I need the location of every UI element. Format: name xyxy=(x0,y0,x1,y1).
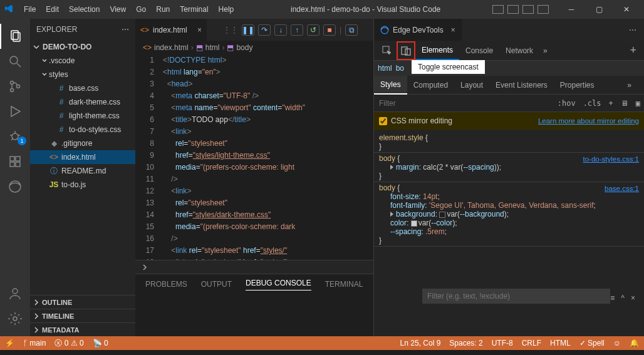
styles-tab-computed[interactable]: Computed xyxy=(407,76,454,95)
panel-tab-problems[interactable]: PROBLEMS xyxy=(145,280,187,289)
tree-item--gitignore[interactable]: ◆.gitignore xyxy=(30,136,135,150)
panel-tab-output[interactable]: OUTPUT xyxy=(201,280,232,289)
debug-stop-button[interactable]: ■ xyxy=(323,24,336,36)
drag-handle-icon[interactable]: ⋮⋮ xyxy=(223,26,238,34)
activity-badge: 1 xyxy=(18,136,26,145)
accounts-icon[interactable] xyxy=(0,281,30,306)
svg-rect-1 xyxy=(13,33,20,41)
panel-settings-icon[interactable]: ≡ xyxy=(610,294,615,302)
tree-item-to-do-styles-css[interactable]: #to-do-styles.css xyxy=(30,123,135,136)
feedback-icon[interactable]: ☺ xyxy=(613,339,621,347)
git-branch[interactable]: ᚶ main xyxy=(23,339,46,347)
menu-file[interactable]: File xyxy=(19,3,41,16)
styles-tab-event-listeners[interactable]: Event Listeners xyxy=(489,76,554,95)
svg-point-6 xyxy=(17,85,20,88)
edge-tools-icon[interactable] xyxy=(0,174,30,199)
search-icon[interactable] xyxy=(0,49,30,74)
menu-terminal[interactable]: Terminal xyxy=(175,3,213,16)
tree-item-light-theme-css[interactable]: #light-theme.css xyxy=(30,109,135,123)
tree-item-README-md[interactable]: ⓘREADME.md xyxy=(30,164,135,178)
tree-item-base-css[interactable]: #base.css xyxy=(30,81,135,95)
menu-view[interactable]: View xyxy=(105,3,131,16)
maximize-button[interactable]: ▢ xyxy=(585,0,613,19)
editor-group: <> index.html × ⋮⋮ ❚❚ ↷ ↓ ↑ ↺ ■ | ⧉ <> i… xyxy=(135,19,373,336)
tab-close-icon[interactable]: × xyxy=(197,26,202,34)
devtools-add-tab-icon[interactable]: + xyxy=(630,44,636,57)
svg-rect-17 xyxy=(16,157,20,161)
section-timeline[interactable]: TIMELINE xyxy=(30,309,135,322)
cursor-position[interactable]: Ln 25, Col 9 xyxy=(400,339,441,347)
debug-pause-button[interactable]: ❚❚ xyxy=(242,24,254,36)
panel-maximize-icon[interactable]: ^ xyxy=(621,294,625,302)
devtools-more-tabs-icon[interactable]: » xyxy=(539,46,551,55)
styles-filter-input[interactable] xyxy=(374,95,554,111)
spell-status[interactable]: ✓ Spell xyxy=(579,339,605,347)
styles-tab-layout[interactable]: Layout xyxy=(454,76,489,95)
tree-item-styles[interactable]: styles xyxy=(30,68,135,81)
editor-tab-index-html[interactable]: <> index.html × xyxy=(135,19,207,41)
extensions-icon[interactable] xyxy=(0,149,30,174)
devtools-tab-network[interactable]: Network xyxy=(499,41,539,60)
menu-help[interactable]: Help xyxy=(214,3,239,16)
devtools-more-icon[interactable]: ⋯ xyxy=(629,26,636,34)
styles-more-icon[interactable]: » xyxy=(621,76,638,95)
mirror-learn-more-link[interactable]: Learn more about mirror editing xyxy=(538,117,639,125)
devtools-tab-console[interactable]: Console xyxy=(459,41,499,60)
breadcrumbs[interactable]: <> index.html›⬒ html›⬒ body xyxy=(135,41,373,54)
tree-item--vscode[interactable]: .vscode xyxy=(30,54,135,68)
debug-restart-button[interactable]: ↺ xyxy=(307,24,319,36)
tree-item-index-html[interactable]: <>index.html xyxy=(30,150,135,164)
styles-tab-styles[interactable]: Styles xyxy=(374,76,407,95)
menu-selection[interactable]: Selection xyxy=(64,3,105,16)
notifications-icon[interactable]: 🔔 xyxy=(630,339,639,347)
minimize-button[interactable]: ─ xyxy=(558,0,585,19)
close-button[interactable]: ✕ xyxy=(613,0,640,19)
source-control-icon[interactable] xyxy=(0,74,30,99)
remote-indicator[interactable]: ⚡ xyxy=(5,339,14,347)
toggle-screencast-icon[interactable] xyxy=(397,41,415,60)
menu-go[interactable]: Go xyxy=(131,3,151,16)
tree-item-to-do-js[interactable]: JSto-do.js xyxy=(30,178,135,192)
code-editor[interactable]: <!DOCTYPE html><html lang="en"> <head> <… xyxy=(163,54,373,260)
explorer-more-icon[interactable]: ⋯ xyxy=(122,25,129,34)
devtools-tab-close-icon[interactable]: × xyxy=(451,26,455,34)
menu-edit[interactable]: Edit xyxy=(41,3,64,16)
debug-alt-icon[interactable] xyxy=(0,124,30,149)
hov-toggle[interactable]: :hov xyxy=(554,99,579,108)
devtools-tab[interactable]: Edge DevTools × xyxy=(374,19,462,41)
tooltip: Toggle screencast xyxy=(412,60,485,74)
devtools-tab-elements[interactable]: Elements xyxy=(415,41,459,60)
section-metadata[interactable]: METADATA xyxy=(30,322,135,336)
indent-status[interactable]: Spaces: 2 xyxy=(449,339,482,347)
problems-status[interactable]: ⓧ 0 ⚠ 0 xyxy=(55,338,83,349)
explorer-icon[interactable] xyxy=(0,24,30,49)
debug-console-filter-input[interactable] xyxy=(422,289,610,304)
layout-controls[interactable] xyxy=(492,5,558,14)
debug-step-over-button[interactable]: ↷ xyxy=(258,24,271,36)
debug-extra-button[interactable]: ⧉ xyxy=(345,24,358,36)
tree-item-dark-theme-css[interactable]: #dark-theme.css xyxy=(30,95,135,109)
new-style-rule-icon[interactable]: + xyxy=(605,99,617,108)
port-status[interactable]: 📡 0 xyxy=(93,339,108,347)
settings-gear-icon[interactable] xyxy=(0,306,30,331)
styles-rules[interactable]: element.style {}body {to-do-styles.css:1… xyxy=(374,130,644,336)
project-header[interactable]: DEMO-TO-DO xyxy=(30,40,135,54)
device-icon[interactable]: 🖥 xyxy=(617,99,632,108)
cls-toggle[interactable]: .cls xyxy=(579,99,605,108)
panel-tab-debug-console[interactable]: DEBUG CONSOLE xyxy=(246,279,311,291)
language-mode[interactable]: HTML xyxy=(550,339,571,347)
editor-bottom-breadcrumb[interactable] xyxy=(135,260,373,274)
run-debug-icon[interactable] xyxy=(0,99,30,124)
inspect-element-icon[interactable] xyxy=(378,41,397,60)
styles-tab-properties[interactable]: Properties xyxy=(554,76,601,95)
menu-run[interactable]: Run xyxy=(151,3,175,16)
debug-step-out-button[interactable]: ↑ xyxy=(291,24,303,36)
debug-step-into-button[interactable]: ↓ xyxy=(274,24,287,36)
computed-toggle-icon[interactable]: ▣ xyxy=(632,99,644,108)
panel-close-icon[interactable]: × xyxy=(631,294,635,302)
mirror-editing-checkbox[interactable] xyxy=(379,117,387,125)
panel-tab-terminal[interactable]: TERMINAL xyxy=(325,280,363,289)
encoding-status[interactable]: UTF-8 xyxy=(492,339,513,347)
eol-status[interactable]: CRLF xyxy=(522,339,541,347)
section-outline[interactable]: OUTLINE xyxy=(30,295,135,309)
